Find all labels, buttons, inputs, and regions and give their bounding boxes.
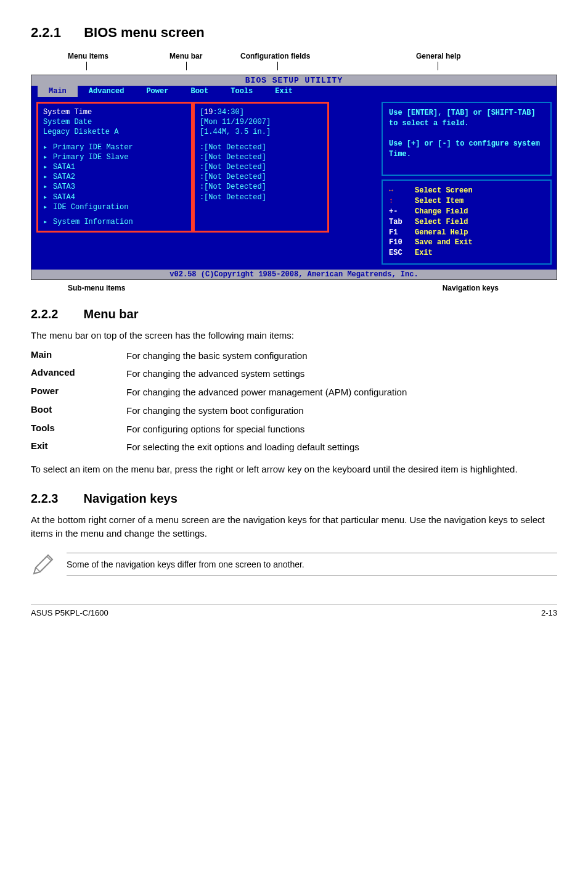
bios-field-system-info[interactable]: ▸System Information — [43, 217, 186, 227]
bios-tab-exit[interactable]: Exit — [264, 86, 304, 97]
bios-titlebar: BIOS SETUP UTILITY — [31, 75, 557, 86]
bios-field-legacy-diskette[interactable]: Legacy Diskette A — [43, 127, 186, 137]
nav-desc: Save and Exit — [415, 237, 473, 248]
bios-field-primary-ide-slave[interactable]: ▸Primary IDE Slave — [43, 152, 186, 162]
bios-tab-tools[interactable]: Tools — [219, 86, 264, 97]
heading-title: Navigation keys — [84, 492, 178, 505]
def-desc: For selecting the exit options and loadi… — [126, 440, 557, 454]
heading-menu-bar: 2.2.2 Menu bar — [31, 307, 557, 321]
top-label-row: Menu items Menu bar Configuration fields… — [31, 52, 557, 72]
label-menu-bar: Menu bar — [169, 52, 202, 60]
def-term: Tools — [31, 423, 126, 436]
def-term: Power — [31, 386, 126, 399]
bios-footer: v02.58 (C)Copyright 1985-2008, American … — [31, 270, 557, 279]
bios-field-primary-ide-master[interactable]: ▸Primary IDE Master — [43, 142, 186, 152]
bios-value-sata2: :[Not Detected] — [200, 172, 266, 182]
def-term: Main — [31, 349, 126, 363]
def-desc: For changing the basic system configurat… — [126, 349, 557, 363]
label-general-help: General help — [416, 52, 461, 60]
nav-desc: Select Screen — [415, 186, 473, 196]
def-desc: For changing the system boot configurati… — [126, 404, 557, 418]
footer-left: ASUS P5KPL-C/1600 — [31, 608, 108, 617]
bios-nav-box: ↔Select Screen ↕Select Item +-Change Fie… — [382, 179, 552, 265]
nav-key-tab: Tab — [389, 217, 415, 228]
bios-window: BIOS SETUP UTILITY Main Advanced Power B… — [31, 75, 557, 280]
heading-number: 2.2.1 — [31, 25, 80, 41]
bios-field-ide-config[interactable]: ▸IDE Configuration — [43, 202, 186, 212]
heading-number: 2.2.2 — [31, 307, 80, 321]
label-menu-items: Menu items — [68, 52, 108, 60]
def-desc: For changing the advanced power manageme… — [126, 386, 557, 399]
bios-field-sata2[interactable]: ▸SATA2 — [43, 172, 186, 182]
heading-bios-menu-screen: 2.2.1 BIOS menu screen — [31, 25, 557, 41]
bottom-labels-row: Sub-menu items Navigation keys — [31, 284, 557, 292]
bios-field-sata4[interactable]: ▸SATA4 — [43, 192, 186, 202]
def-term: Boot — [31, 404, 126, 418]
heading-title: Menu bar — [84, 307, 139, 321]
bios-value-pis: :[Not Detected] — [200, 152, 266, 162]
nav-key-ud: ↕ — [389, 196, 415, 207]
label-navigation-keys: Navigation keys — [443, 284, 499, 292]
label-config-fields: Configuration fields — [240, 52, 310, 60]
navkeys-text: At the bottom right corner of a menu scr… — [31, 513, 557, 541]
nav-key-pm: +- — [389, 207, 415, 217]
nav-key-esc: ESC — [389, 248, 415, 258]
nav-desc: Exit — [415, 248, 433, 258]
bios-field-sata1[interactable]: ▸SATA1 — [43, 162, 186, 172]
footer-right: 2-13 — [541, 608, 557, 617]
bios-value-sata4: :[Not Detected] — [200, 192, 266, 202]
pencil-icon — [31, 552, 55, 577]
nav-key-f10: F10 — [389, 237, 415, 248]
bios-tab-power[interactable]: Power — [135, 86, 179, 97]
heading-title: BIOS menu screen — [84, 25, 205, 40]
def-desc: For changing the advanced system setting… — [126, 367, 557, 381]
def-term: Advanced — [31, 367, 126, 381]
bios-menubar: Main Advanced Power Boot Tools Exit — [31, 86, 557, 97]
menubar-footer-text: To select an item on the menu bar, press… — [31, 463, 557, 477]
bios-value-pim: :[Not Detected] — [200, 142, 266, 152]
bios-value-date: [Mon 11/19/2007] — [200, 117, 271, 127]
nav-key-lr: ↔ — [389, 186, 415, 196]
label-submenu-items: Sub-menu items — [68, 284, 125, 292]
bios-field-system-time[interactable]: System Time — [43, 107, 186, 117]
bios-help-text: Use [ENTER], [TAB] or [SHIFT-TAB] to sel… — [389, 108, 544, 160]
bios-tab-advanced[interactable]: Advanced — [78, 86, 136, 97]
heading-number: 2.2.3 — [31, 492, 80, 506]
note-row: Some of the navigation keys differ from … — [31, 550, 557, 579]
page-footer: ASUS P5KPL-C/1600 2-13 — [31, 604, 557, 617]
def-term: Exit — [31, 440, 126, 454]
heading-navigation-keys: 2.2.3 Navigation keys — [31, 492, 557, 506]
nav-desc: Select Field — [415, 217, 468, 228]
nav-key-f1: F1 — [389, 228, 415, 238]
bios-help-box: Use [ENTER], [TAB] or [SHIFT-TAB] to sel… — [382, 102, 552, 176]
bios-value-sata1: :[Not Detected] — [200, 162, 266, 172]
bios-tab-main[interactable]: Main — [38, 86, 78, 97]
bios-value-sata3: :[Not Detected] — [200, 182, 266, 192]
nav-desc: General Help — [415, 228, 468, 238]
nav-desc: Select Item — [415, 196, 463, 207]
note-text: Some of the navigation keys differ from … — [67, 553, 557, 576]
bios-value-diskette: [1.44M, 3.5 in.] — [200, 127, 271, 137]
bios-tab-boot[interactable]: Boot — [179, 86, 219, 97]
bios-value-time: [19:34:30] — [200, 107, 244, 117]
menubar-definitions: MainFor changing the basic system config… — [31, 349, 557, 455]
bios-field-sata3[interactable]: ▸SATA3 — [43, 182, 186, 192]
menubar-intro: The menu bar on top of the screen has th… — [31, 329, 557, 343]
bios-field-system-date[interactable]: System Date — [43, 117, 186, 127]
nav-desc: Change Field — [415, 207, 468, 217]
def-desc: For configuring options for special func… — [126, 423, 557, 436]
